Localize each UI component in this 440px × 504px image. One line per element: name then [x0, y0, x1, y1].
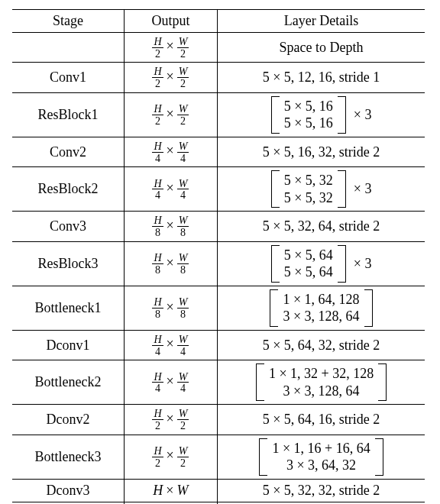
- details-cell: 5 × 5, 325 × 5, 32× 3: [218, 167, 425, 212]
- stage-cell: [12, 33, 124, 63]
- details-cell: 1 × 1, 32 + 32, 1283 × 3, 128, 64: [218, 360, 425, 405]
- output-cell: H4×W4: [124, 330, 217, 360]
- details-cell: 5 × 5, 12, 16, stride 1: [218, 63, 425, 92]
- details-cell: 5 × 5, 645 × 5, 64× 3: [218, 241, 425, 286]
- output-cell: H4×W4: [124, 167, 217, 212]
- table-row: H2×W2Space to Depth: [12, 33, 425, 63]
- output-cell: H2×W2: [124, 33, 217, 63]
- stage-cell: Conv2: [12, 137, 124, 166]
- stage-cell: ResBlock3: [12, 241, 124, 286]
- stage-cell: Bottleneck1: [12, 286, 124, 330]
- output-cell: H4×W4: [124, 360, 217, 405]
- output-cell: H×W: [124, 479, 217, 502]
- table-row: Bottleneck2H4×W41 × 1, 32 + 32, 1283 × 3…: [12, 360, 425, 405]
- table-row: Bottleneck1H8×W81 × 1, 64, 1283 × 3, 128…: [12, 286, 425, 330]
- table-header-row: Stage Output Layer Details: [12, 10, 425, 33]
- col-details-header: Layer Details: [218, 10, 425, 33]
- table-row: ResBlock1H2×W25 × 5, 165 × 5, 16× 3: [12, 92, 425, 137]
- stage-cell: Conv1: [12, 63, 124, 92]
- col-stage-header: Stage: [12, 10, 124, 33]
- table-row: ResBlock3H8×W85 × 5, 645 × 5, 64× 3: [12, 241, 425, 286]
- stage-cell: Dconv2: [12, 405, 124, 435]
- output-cell: H2×W2: [124, 63, 217, 92]
- table-row: Dconv2H2×W25 × 5, 64, 16, stride 2: [12, 405, 425, 435]
- details-cell: 5 × 5, 64, 16, stride 2: [218, 405, 425, 435]
- output-cell: H2×W2: [124, 435, 217, 479]
- details-cell: 5 × 5, 32, 32, stride 2: [218, 479, 425, 502]
- details-cell: 5 × 5, 64, 32, stride 2: [218, 330, 425, 360]
- details-cell: 5 × 5, 165 × 5, 16× 3: [218, 92, 425, 137]
- details-cell: 1 × 1, 16 + 16, 643 × 3, 64, 32: [218, 435, 425, 479]
- output-cell: H2×W2: [124, 405, 217, 435]
- table-row: Conv1H2×W25 × 5, 12, 16, stride 1: [12, 63, 425, 92]
- table-row: Conv2H4×W45 × 5, 16, 32, stride 2: [12, 137, 425, 166]
- stage-cell: ResBlock1: [12, 92, 124, 137]
- stage-cell: ResBlock2: [12, 167, 124, 212]
- table-row: Dconv3H×W5 × 5, 32, 32, stride 2: [12, 479, 425, 502]
- details-cell: 1 × 1, 64, 1283 × 3, 128, 64: [218, 286, 425, 330]
- details-cell: Space to Depth: [218, 33, 425, 63]
- col-output-header: Output: [124, 10, 217, 33]
- stage-cell: Dconv1: [12, 330, 124, 360]
- stage-cell: Bottleneck3: [12, 435, 124, 479]
- output-cell: H4×W4: [124, 137, 217, 166]
- output-cell: H8×W8: [124, 286, 217, 330]
- output-cell: H2×W2: [124, 92, 217, 137]
- table-row: Bottleneck3H2×W21 × 1, 16 + 16, 643 × 3,…: [12, 435, 425, 479]
- details-cell: 5 × 5, 16, 32, stride 2: [218, 137, 425, 166]
- stage-cell: Dconv3: [12, 479, 124, 502]
- output-cell: H8×W8: [124, 241, 217, 286]
- details-cell: 5 × 5, 32, 64, stride 2: [218, 212, 425, 241]
- stage-cell: Conv3: [12, 212, 124, 241]
- architecture-table: Stage Output Layer Details H2×W2Space to…: [12, 9, 425, 504]
- stage-cell: Bottleneck2: [12, 360, 124, 405]
- table-row: Conv3H8×W85 × 5, 32, 64, stride 2: [12, 212, 425, 241]
- table-row: Dconv1H4×W45 × 5, 64, 32, stride 2: [12, 330, 425, 360]
- table-row: ResBlock2H4×W45 × 5, 325 × 5, 32× 3: [12, 167, 425, 212]
- output-cell: H8×W8: [124, 212, 217, 241]
